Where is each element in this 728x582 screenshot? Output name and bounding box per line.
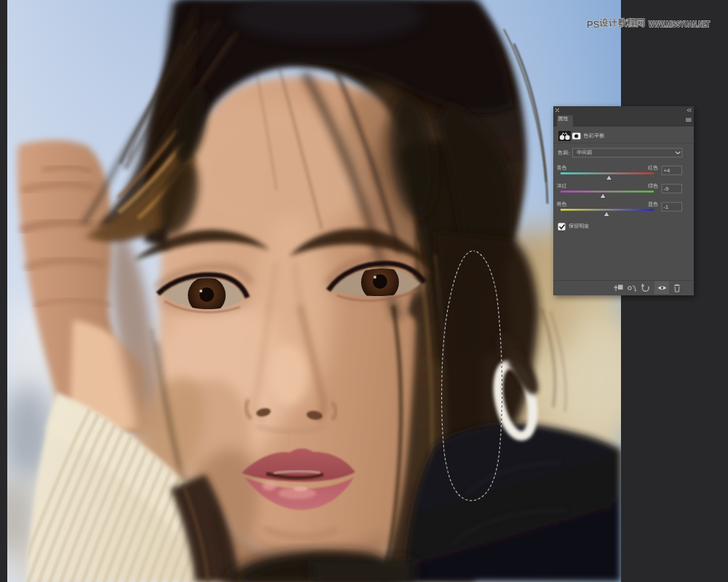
svg-text::: :: [569, 150, 570, 156]
svg-text:+4: +4: [664, 167, 670, 174]
svg-text:WWW.MISSYUAN.NET: WWW.MISSYUAN.NET: [649, 20, 710, 28]
svg-text:-9: -9: [664, 186, 669, 192]
svg-text:PS: PS: [587, 19, 600, 30]
svg-text:-1: -1: [664, 204, 669, 210]
